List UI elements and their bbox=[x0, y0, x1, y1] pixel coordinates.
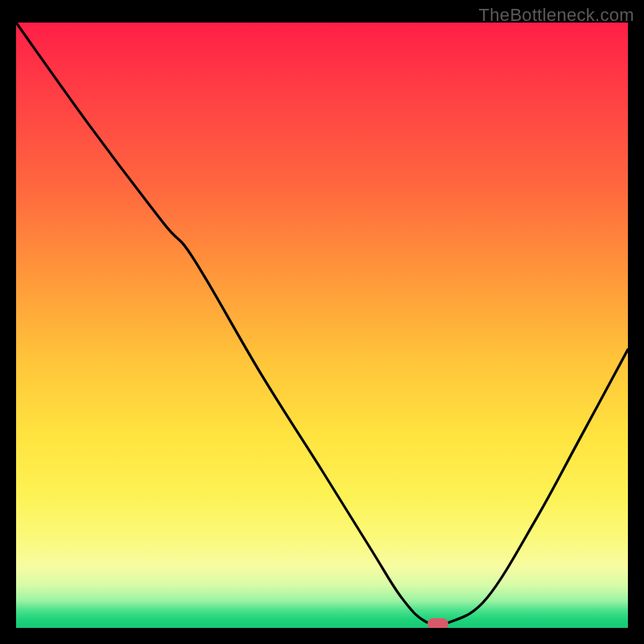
chart-frame: TheBottleneck.com bbox=[0, 0, 644, 644]
optimal-marker bbox=[427, 618, 448, 628]
curve-path bbox=[16, 23, 628, 625]
bottleneck-curve bbox=[16, 23, 628, 628]
plot-area bbox=[16, 23, 628, 628]
